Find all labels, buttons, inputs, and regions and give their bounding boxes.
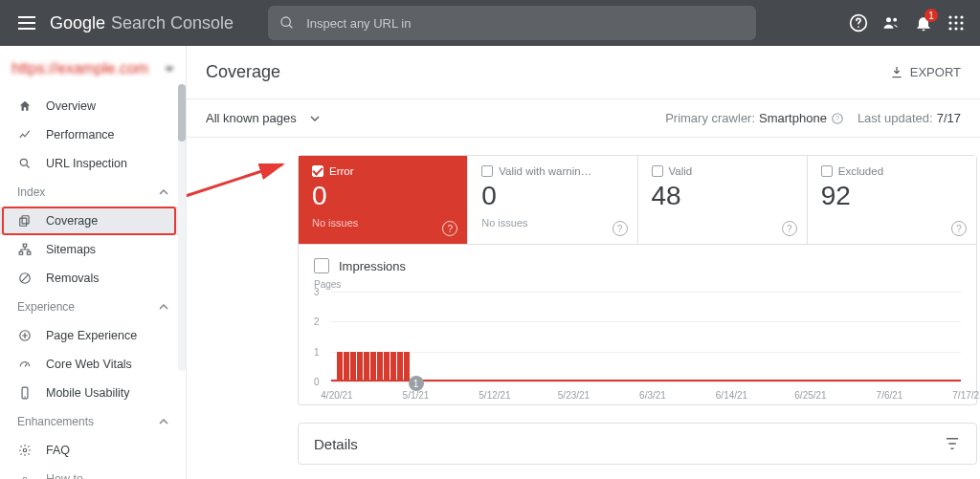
sitemap-icon	[17, 243, 33, 256]
sidebar-item-coverage[interactable]: Coverage	[0, 207, 186, 235]
svg-line-25	[25, 363, 27, 366]
help-small-icon[interactable]: ?	[612, 221, 628, 236]
sidebar-item-faq[interactable]: FAQ	[0, 436, 186, 465]
sidebar-group-index[interactable]: Index	[0, 178, 186, 207]
sidebar-item-label: Performance	[46, 128, 115, 142]
svg-point-10	[954, 21, 957, 24]
search-icon	[279, 15, 295, 31]
svg-point-5	[893, 18, 897, 22]
checkbox-icon	[481, 165, 493, 177]
last-updated-label: Last updated:	[858, 111, 933, 125]
sidebar-item-removals[interactable]: Removals	[0, 264, 186, 293]
y-axis-title: Pages	[314, 279, 961, 290]
help-small-icon[interactable]: ?	[782, 221, 797, 236]
filter-dropdown[interactable]: All known pages	[206, 111, 320, 125]
sidebar-group-experience[interactable]: Experience	[0, 293, 186, 321]
chevron-up-icon	[159, 302, 168, 312]
gauge-icon	[17, 358, 33, 371]
svg-rect-21	[27, 251, 31, 254]
checkbox-icon	[652, 165, 663, 177]
svg-rect-19	[23, 244, 27, 247]
card-label: Excluded	[838, 165, 883, 177]
notifications-icon[interactable]: 1	[907, 7, 940, 39]
checkbox-icon	[821, 165, 833, 177]
annotation-arrow	[187, 147, 301, 243]
sidebar-item-howto[interactable]: How to	[0, 465, 186, 479]
card-excluded[interactable]: Excluded 92 ?	[808, 156, 976, 244]
sidebar-item-mobile-usability[interactable]: Mobile Usability	[0, 379, 186, 407]
export-button[interactable]: EXPORT	[889, 65, 961, 80]
notifications-badge: 1	[924, 9, 938, 22]
help-small-icon[interactable]: ?	[831, 112, 844, 125]
svg-line-1	[289, 25, 292, 28]
svg-point-12	[948, 27, 951, 30]
svg-text:?: ?	[835, 115, 839, 121]
sidebar-item-overview[interactable]: Overview	[0, 92, 186, 120]
sidebar-item-page-experience[interactable]: Page Experience	[0, 321, 186, 350]
chart-panel: Impressions Pages 01234/20/215/1/215/12/…	[298, 245, 977, 405]
search-icon	[17, 157, 33, 170]
people-icon[interactable]	[875, 7, 907, 39]
svg-rect-18	[20, 218, 27, 226]
sidebar-item-label: How to	[46, 472, 83, 479]
last-updated-value: 7/17	[937, 111, 961, 125]
sidebar-item-url-inspection[interactable]: URL Inspection	[0, 149, 186, 178]
sidebar-group-enhancements[interactable]: Enhancements	[0, 407, 186, 436]
help-small-icon[interactable]: ?	[951, 221, 967, 236]
filter-label: All known pages	[206, 111, 297, 125]
help-icon[interactable]	[842, 7, 875, 39]
impressions-checkbox[interactable]	[314, 258, 329, 273]
card-error[interactable]: Error 0 No issues ?	[299, 156, 468, 244]
card-value: 0	[312, 181, 454, 211]
card-value: 92	[821, 181, 963, 211]
sidebar-group-label: Index	[17, 185, 45, 199]
svg-point-15	[20, 159, 27, 165]
svg-point-0	[281, 17, 290, 26]
details-title: Details	[314, 436, 358, 452]
status-cards: Error 0 No issues ? Valid with warnin… 0…	[298, 155, 977, 245]
chart-plot: 01234/20/215/1/215/12/215/23/216/3/216/1…	[314, 292, 961, 397]
svg-point-9	[948, 21, 951, 24]
svg-point-4	[886, 17, 891, 22]
apps-grid-icon[interactable]	[940, 7, 972, 39]
sidebar-item-sitemaps[interactable]: Sitemaps	[0, 235, 186, 264]
sidebar-item-label: URL Inspection	[46, 157, 127, 170]
svg-point-14	[960, 27, 963, 30]
primary-crawler-value[interactable]: Smartphone	[759, 111, 827, 125]
search-placeholder: Inspect any URL in	[306, 16, 411, 31]
svg-point-11	[960, 21, 963, 24]
product-logo: Google Search Console	[50, 13, 234, 33]
svg-line-16	[27, 165, 30, 168]
card-valid[interactable]: Valid 48 ?	[638, 156, 808, 244]
filter-icon[interactable]	[944, 435, 961, 452]
checkbox-icon	[312, 165, 323, 177]
sidebar-item-core-web-vitals[interactable]: Core Web Vitals	[0, 350, 186, 379]
property-selector[interactable]: https://example.com	[0, 46, 186, 92]
card-valid-with-warnings[interactable]: Valid with warnin… 0 No issues ?	[468, 156, 637, 244]
logo-text-1: Google	[50, 13, 105, 33]
url-inspect-search[interactable]: Inspect any URL in	[268, 6, 756, 40]
sidebar-item-label: FAQ	[46, 444, 70, 457]
logo-text-2: Search Console	[111, 13, 234, 33]
sidebar-item-performance[interactable]: Performance	[0, 120, 186, 149]
chevron-up-icon	[159, 187, 168, 197]
svg-point-6	[948, 15, 951, 18]
chevron-down-icon	[310, 116, 320, 121]
svg-rect-17	[22, 216, 29, 224]
sidebar-item-label: Sitemaps	[46, 243, 96, 256]
sidebar-item-label: Page Experience	[46, 329, 137, 342]
sidebar-scrollbar[interactable]	[178, 84, 186, 371]
sidebar-group-label: Experience	[17, 300, 75, 314]
help-small-icon[interactable]: ?	[442, 221, 457, 236]
export-label: EXPORT	[910, 65, 961, 79]
svg-rect-20	[19, 251, 23, 254]
chart-annotation-marker[interactable]: 1	[409, 376, 424, 391]
gear-icon	[17, 444, 33, 457]
svg-point-13	[954, 27, 957, 30]
gear-icon	[17, 472, 33, 479]
svg-point-3	[858, 26, 859, 28]
hamburger-menu-icon[interactable]	[8, 4, 46, 42]
card-label: Error	[329, 165, 354, 177]
sidebar-item-label: Overview	[46, 99, 96, 113]
card-note: No issues	[481, 217, 623, 229]
